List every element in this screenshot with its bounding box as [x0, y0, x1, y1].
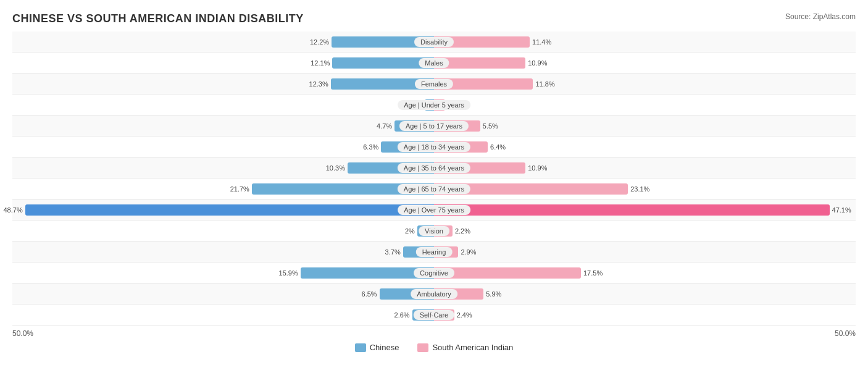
table-row: 2% Vision 2.2%: [12, 220, 856, 242]
left-value: 6.3%: [363, 143, 378, 151]
right-bar: [434, 204, 830, 216]
center-label: Males: [419, 58, 449, 68]
table-row: 12.3% Females 11.8%: [12, 74, 856, 94]
bar-section: 10.3% Age | 35 to 64 years 10.9%: [12, 158, 856, 178]
right-value: 5.9%: [486, 290, 501, 298]
x-axis-right: 50.0%: [835, 329, 856, 338]
bar-section: 2% Vision 2.2%: [12, 220, 856, 241]
x-axis-left: 50.0%: [12, 329, 33, 338]
bar-section: 1.1% Age | Under 5 years 1.3%: [12, 94, 856, 115]
bar-section: 15.9% Cognitive 17.5%: [12, 262, 856, 283]
center-label: Hearing: [416, 247, 453, 257]
right-bar-wrap: 17.5%: [434, 267, 581, 279]
center-label: Disability: [414, 37, 454, 47]
right-value: 2.2%: [455, 227, 470, 235]
center-label: Age | 5 to 17 years: [399, 121, 469, 131]
left-value: 48.7%: [3, 206, 22, 214]
center-label: Females: [415, 79, 453, 89]
table-row: 6.3% Age | 18 to 34 years 6.4%: [12, 136, 856, 158]
center-label: Vision: [419, 226, 449, 236]
right-bar-wrap: 47.1%: [434, 204, 830, 216]
bar-section: 3.7% Hearing 2.9%: [12, 242, 856, 262]
legend: Chinese South American Indian: [12, 343, 856, 352]
right-value: 11.4%: [532, 38, 551, 46]
bar-section: 12.3% Females 11.8%: [12, 74, 856, 94]
bar-section: 21.7% Age | 65 to 74 years 23.1%: [12, 178, 856, 199]
left-value: 2.6%: [394, 311, 410, 319]
chart-container: CHINESE VS SOUTH AMERICAN INDIAN DISABIL…: [12, 12, 856, 352]
right-value: 17.5%: [583, 269, 603, 277]
table-row: 4.7% Age | 5 to 17 years 5.5%: [12, 116, 856, 136]
legend-chinese: Chinese: [355, 343, 399, 352]
legend-chinese-label: Chinese: [370, 343, 399, 352]
right-value: 10.9%: [528, 164, 547, 172]
left-value: 10.3%: [326, 164, 345, 172]
legend-sai-label: South American Indian: [432, 343, 513, 352]
center-label: Age | 35 to 64 years: [398, 163, 470, 173]
left-value: 4.7%: [377, 122, 392, 130]
legend-chinese-color: [355, 343, 366, 352]
center-label: Age | Under 5 years: [398, 100, 470, 110]
bar-section: 2.6% Self-Care 2.4%: [12, 304, 856, 325]
right-value: 6.4%: [490, 143, 506, 151]
bar-section: 48.7% Age | Over 75 years 47.1%: [12, 200, 856, 220]
left-value: 3.7%: [385, 248, 401, 256]
chart-title: CHINESE VS SOUTH AMERICAN INDIAN DISABIL…: [12, 12, 856, 25]
left-value: 15.9%: [279, 269, 298, 277]
legend-sai-color: [417, 343, 428, 352]
left-value: 2%: [405, 227, 415, 235]
table-row: 2.6% Self-Care 2.4%: [12, 304, 856, 326]
right-value: 5.5%: [483, 122, 498, 130]
chart-area: 12.2% Disability 11.4% 12.1% Males 10.9%: [12, 32, 856, 326]
right-value: 2.9%: [461, 248, 476, 256]
bar-section: 4.7% Age | 5 to 17 years 5.5%: [12, 116, 856, 136]
bar-section: 12.1% Males 10.9%: [12, 52, 856, 73]
right-value: 11.8%: [535, 80, 554, 88]
table-row: 3.7% Hearing 2.9%: [12, 242, 856, 262]
table-row: 21.7% Age | 65 to 74 years 23.1%: [12, 178, 856, 200]
right-value: 23.1%: [630, 185, 649, 193]
center-label: Age | Over 75 years: [398, 205, 470, 215]
table-row: 12.1% Males 10.9%: [12, 52, 856, 74]
right-bar: [434, 267, 581, 279]
bar-section: 6.5% Ambulatory 5.9%: [12, 284, 856, 304]
right-value: 2.4%: [457, 311, 472, 319]
right-value: 47.1%: [832, 206, 851, 214]
table-row: 48.7% Age | Over 75 years 47.1%: [12, 200, 856, 220]
table-row: 10.3% Age | 35 to 64 years 10.9%: [12, 158, 856, 178]
bar-section: 12.2% Disability 11.4%: [12, 32, 856, 52]
left-bar: [25, 204, 434, 216]
left-value: 21.7%: [230, 185, 249, 193]
table-row: 15.9% Cognitive 17.5%: [12, 262, 856, 284]
center-label: Ambulatory: [411, 289, 457, 299]
table-row: 1.1% Age | Under 5 years 1.3%: [12, 94, 856, 116]
source-label: Source: ZipAtlas.com: [785, 12, 856, 21]
center-label: Self-Care: [414, 310, 454, 320]
center-label: Age | 65 to 74 years: [398, 184, 470, 194]
left-value: 6.5%: [362, 290, 377, 298]
table-row: 6.5% Ambulatory 5.9%: [12, 284, 856, 304]
right-value: 10.9%: [528, 59, 547, 67]
center-label: Age | 18 to 34 years: [398, 142, 470, 152]
left-bar-wrap: 48.7%: [25, 204, 434, 216]
left-value: 12.1%: [311, 59, 330, 67]
left-value: 12.2%: [310, 38, 329, 46]
left-value: 12.3%: [309, 80, 328, 88]
legend-sai: South American Indian: [417, 343, 513, 352]
bar-section: 6.3% Age | 18 to 34 years 6.4%: [12, 136, 856, 157]
x-axis: 50.0% 50.0%: [12, 329, 856, 338]
center-label: Cognitive: [414, 268, 454, 278]
table-row: 12.2% Disability 11.4%: [12, 32, 856, 52]
